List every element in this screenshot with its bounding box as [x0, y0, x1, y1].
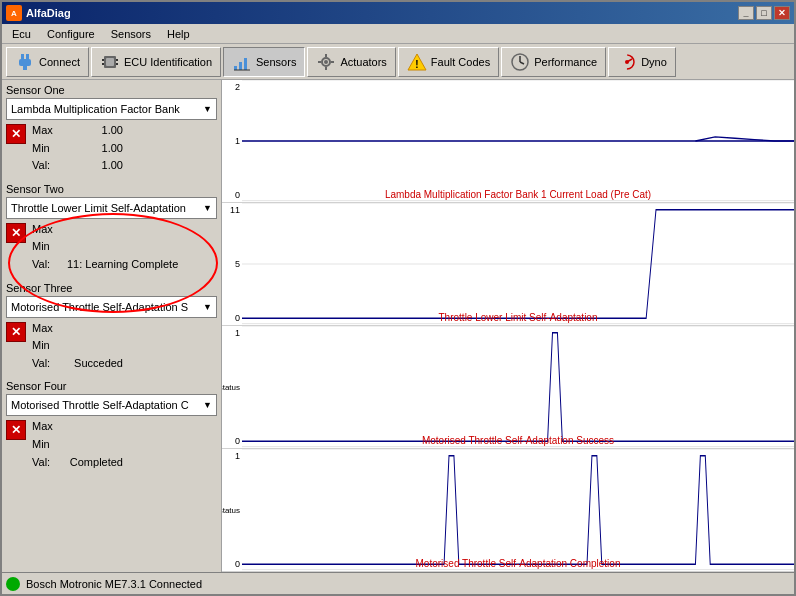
main-content: Sensor One Lambda Multiplication Factor …	[2, 80, 794, 572]
chevron-down-icon: ▼	[203, 400, 212, 410]
remove-icon: ✕	[11, 127, 21, 141]
left-panel: Sensor One Lambda Multiplication Factor …	[2, 80, 222, 572]
connect-label: Connect	[39, 56, 80, 68]
sensor-three-val: Succeded	[65, 355, 125, 373]
chart-four-title: Motorised Throttle Self-Adaptation Compl…	[242, 558, 794, 569]
sensor-four-label: Sensor Four	[6, 380, 217, 392]
fault-codes-label: Fault Codes	[431, 56, 490, 68]
menu-sensors[interactable]: Sensors	[103, 26, 159, 42]
sensor-one-group: Sensor One Lambda Multiplication Factor …	[6, 84, 217, 175]
chart-three-y-axis: 1 status 0	[222, 326, 242, 448]
sensor-two-remove-button[interactable]: ✕	[6, 223, 26, 243]
sensor-three-min	[65, 337, 125, 355]
actuators-button[interactable]: Actuators	[307, 47, 395, 77]
sensor-one-dropdown-value: Lambda Multiplication Factor Bank	[11, 103, 180, 115]
ecu-id-button[interactable]: ECU Identification	[91, 47, 221, 77]
main-window: A AlfaDiag _ □ ✕ Ecu Configure Sensors H…	[0, 0, 796, 596]
connection-status-indicator	[6, 577, 20, 591]
menu-help[interactable]: Help	[159, 26, 198, 42]
chart-one-y-min: 0	[235, 190, 240, 200]
svg-line-24	[520, 62, 524, 64]
sensor-four-values: Max Min Val:Completed	[30, 418, 125, 471]
sensor-three-remove-button[interactable]: ✕	[6, 322, 26, 342]
sensor-one-val: 1.00	[65, 157, 125, 175]
chart-two-svg	[242, 203, 794, 325]
sensor-one-dropdown[interactable]: Lambda Multiplication Factor Bank ▼	[6, 98, 217, 120]
performance-button[interactable]: Performance	[501, 47, 606, 77]
fault-codes-button[interactable]: ! Fault Codes	[398, 47, 499, 77]
sensor-three-dropdown-value: Motorised Throttle Self-Adaptation S	[11, 301, 188, 313]
sensor-three-max	[65, 320, 125, 338]
title-controls: _ □ ✕	[738, 6, 790, 20]
sensor-four-val: Completed	[65, 454, 125, 472]
menu-ecu[interactable]: Ecu	[4, 26, 39, 42]
maximize-button[interactable]: □	[756, 6, 772, 20]
chart-three-title: Motorised Throttle Self-Adaptation Succe…	[242, 435, 794, 446]
warning-icon: !	[407, 52, 427, 72]
close-button[interactable]: ✕	[774, 6, 790, 20]
chevron-down-icon: ▼	[203, 203, 212, 213]
svg-rect-3	[23, 66, 27, 70]
toolbar: Connect ECU Identification	[2, 44, 794, 80]
actuators-label: Actuators	[340, 56, 386, 68]
menu-configure[interactable]: Configure	[39, 26, 103, 42]
chart-four-y-max: 1	[235, 451, 240, 461]
sensor-two-group: Sensor Two Throttle Lower Limit Self-Ada…	[6, 183, 217, 274]
sensor-four-data: ✕ Max Min Val:Completed	[6, 418, 217, 471]
remove-icon: ✕	[11, 423, 21, 437]
sensor-two-values: Max Min Val:11: Learning Complete	[30, 221, 180, 274]
chart-three: 1 status 0 Motorised Throttle Self-Adapt…	[222, 326, 794, 449]
graph-icon	[232, 52, 252, 72]
ecu-id-label: ECU Identification	[124, 56, 212, 68]
menu-bar: Ecu Configure Sensors Help	[2, 24, 794, 44]
chart-two-title: Throttle Lower Limit Self-Adaptation	[242, 312, 794, 323]
chevron-down-icon: ▼	[203, 104, 212, 114]
svg-rect-10	[234, 66, 237, 70]
status-text: Bosch Motronic ME7.3.1 Connected	[26, 578, 202, 590]
svg-rect-6	[102, 59, 104, 61]
sensor-three-values: Max Min Val:Succeded	[30, 320, 125, 373]
chart-one-y-mid: 1	[235, 136, 240, 146]
right-panel: 2 1 0 Lambda Multiplicatio	[222, 80, 794, 572]
sensor-four-dropdown-value: Motorised Throttle Self-Adaptation C	[11, 399, 189, 411]
chart-three-y-max: 1	[235, 328, 240, 338]
title-bar-left: A AlfaDiag	[6, 5, 71, 21]
svg-rect-8	[116, 59, 118, 61]
app-icon: A	[6, 5, 22, 21]
chart-four-svg	[242, 449, 794, 571]
svg-rect-39	[242, 449, 794, 571]
chart-one-area: Lambda Multiplication Factor Bank 1 Curr…	[242, 80, 794, 202]
sensor-two-dropdown[interactable]: Throttle Lower Limit Self-Adaptation ▼	[6, 197, 217, 219]
remove-icon: ✕	[11, 226, 21, 240]
connect-button[interactable]: Connect	[6, 47, 89, 77]
chevron-down-icon: ▼	[203, 302, 212, 312]
sensor-three-group: Sensor Three Motorised Throttle Self-Ada…	[6, 282, 217, 373]
chip-icon	[100, 52, 120, 72]
clock-icon	[510, 52, 530, 72]
svg-rect-17	[325, 67, 327, 70]
chart-four: 1 status 0 Motorised Throttle Self-Adapt…	[222, 449, 794, 572]
svg-rect-16	[325, 54, 327, 57]
sensor-three-dropdown[interactable]: Motorised Throttle Self-Adaptation S ▼	[6, 296, 217, 318]
sensor-four-dropdown[interactable]: Motorised Throttle Self-Adaptation C ▼	[6, 394, 217, 416]
dyno-label: Dyno	[641, 56, 667, 68]
sensor-one-remove-button[interactable]: ✕	[6, 124, 26, 144]
chart-two-y-min: 0	[235, 313, 240, 323]
svg-rect-12	[244, 58, 247, 70]
svg-rect-11	[239, 62, 242, 70]
sensor-four-remove-button[interactable]: ✕	[6, 420, 26, 440]
svg-text:!: !	[415, 59, 418, 70]
sensor-four-max	[65, 418, 125, 436]
dyno-button[interactable]: Dyno	[608, 47, 676, 77]
chart-one: 2 1 0 Lambda Multiplicatio	[222, 80, 794, 203]
sensor-three-label: Sensor Three	[6, 282, 217, 294]
sensor-one-values: Max1.00 Min1.00 Val:1.00	[30, 122, 125, 175]
sensors-button[interactable]: Sensors	[223, 47, 305, 77]
sensor-one-data: ✕ Max1.00 Min1.00 Val:1.00	[6, 122, 217, 175]
sensor-two-dropdown-value: Throttle Lower Limit Self-Adaptation	[11, 202, 186, 214]
minimize-button[interactable]: _	[738, 6, 754, 20]
svg-point-15	[324, 60, 328, 64]
sensor-three-data: ✕ Max Min Val:Succeded	[6, 320, 217, 373]
svg-rect-5	[106, 58, 114, 66]
chart-four-area: Motorised Throttle Self-Adaptation Compl…	[242, 449, 794, 571]
